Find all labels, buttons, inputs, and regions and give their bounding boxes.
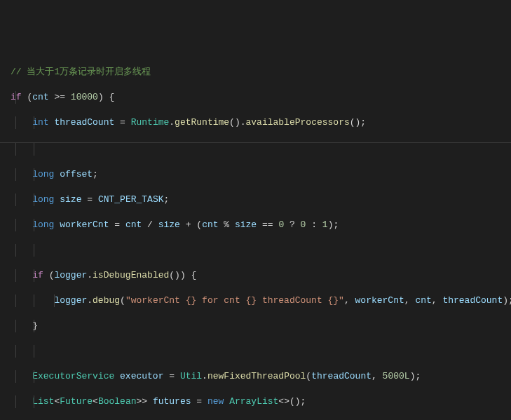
code-editor[interactable]: // 当大于1万条记录时开启多线程 if (cnt >= 10000) { in… <box>0 53 511 420</box>
code-line: int threadCount = Runtime.getRuntime().a… <box>0 116 511 129</box>
code-line: } <box>0 320 511 332</box>
code-line: long workerCnt = cnt / size + (cnt % siz… <box>0 219 511 231</box>
code-line: ExecutorService executor = Util.newFixed… <box>0 370 511 383</box>
code-line: if (logger.isDebugEnabled()) { <box>0 269 511 282</box>
code-line: if (cnt >= 10000) { <box>0 91 511 104</box>
code-line <box>0 244 511 257</box>
code-line <box>0 142 511 156</box>
code-line: logger.debug("workerCnt {} for cnt {} th… <box>0 294 511 307</box>
code-line: long size = CNT_PER_TASK; <box>0 194 511 206</box>
code-line: long offset; <box>0 168 511 181</box>
code-line <box>0 345 511 358</box>
code-line: List<Future<Boolean>> futures = new Arra… <box>0 395 511 408</box>
comment: // 当大于1万条记录时开启多线程 <box>11 67 151 77</box>
code-line: // 当大于1万条记录时开启多线程 <box>0 66 511 79</box>
